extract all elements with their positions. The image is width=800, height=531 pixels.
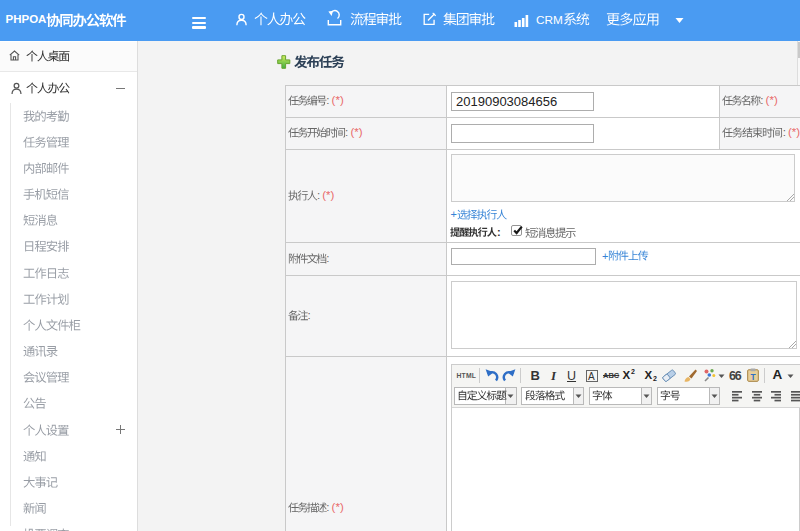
svg-text:T: T — [750, 372, 756, 382]
